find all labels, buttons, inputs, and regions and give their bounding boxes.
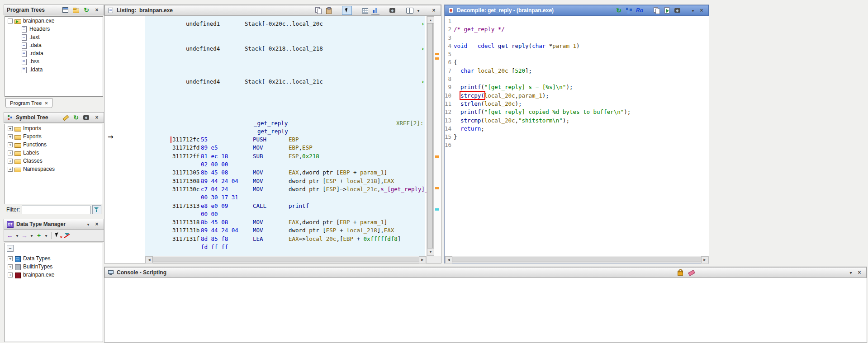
tree-item-rdata[interactable]: .rdata bbox=[5, 49, 103, 57]
copy-icon[interactable] bbox=[314, 7, 323, 14]
close-icon[interactable]: × bbox=[697, 7, 706, 14]
tree-item-labels[interactable]: +LLabels bbox=[5, 149, 103, 157]
tree-item-bss[interactable]: .bss bbox=[5, 57, 103, 66]
collapse-all-icon[interactable]: − bbox=[7, 245, 14, 252]
tree-item-imports[interactable]: +→Imports bbox=[5, 124, 103, 132]
tree-item-brainpan-exe[interactable]: −brainpan.exe bbox=[5, 17, 103, 25]
listing-line[interactable]: 3117131f8d 85 f8LEAEAX=>local_20c,[EBP +… bbox=[104, 235, 427, 243]
create-tree-icon[interactable] bbox=[62, 6, 70, 14]
change-marker[interactable] bbox=[435, 57, 439, 60]
lock-icon[interactable] bbox=[676, 269, 684, 276]
listing-vertical-scrollbar[interactable]: ▲ ▼ bbox=[427, 16, 434, 256]
camera-icon[interactable] bbox=[82, 114, 90, 121]
decompile-line[interactable]: 7 char local_20c [520]; bbox=[445, 67, 709, 75]
expand-toggle[interactable]: + bbox=[8, 150, 13, 155]
refresh-icon[interactable]: ↻ bbox=[82, 6, 90, 14]
export-icon[interactable] bbox=[663, 7, 671, 14]
tree-item-text[interactable]: .text bbox=[5, 33, 103, 41]
decompile-header[interactable]: Decompile: get_reply - (brainpan.exe) ↻R… bbox=[445, 5, 709, 16]
change-marker[interactable] bbox=[435, 155, 439, 158]
symbol-tree-header[interactable]: Symbol Tree ↻× bbox=[4, 112, 104, 123]
camera-icon[interactable] bbox=[389, 7, 397, 14]
tree-item-brainpan-exe[interactable]: +brainpan.exe bbox=[5, 271, 103, 279]
tree-item-builtintypes[interactable]: +BuiltInTypes bbox=[5, 263, 103, 271]
dropdown-caret-icon[interactable]: ▾ bbox=[44, 232, 48, 239]
tree-item-namespaces[interactable]: +{}Namespaces bbox=[5, 165, 103, 173]
listing-line[interactable]: 311713058b 45 08MOVEAX,dword ptr [EBP + … bbox=[104, 169, 427, 177]
paste-icon[interactable] bbox=[325, 7, 333, 14]
dropdown-caret-icon[interactable]: ▾ bbox=[15, 232, 19, 239]
filter-off-icon[interactable] bbox=[63, 232, 71, 239]
listing-line[interactable]: 3117130889 44 24 04MOVdword ptr [ESP + l… bbox=[104, 177, 427, 185]
expand-toggle[interactable]: + bbox=[8, 142, 13, 147]
decompile-line[interactable]: 11 strlen(local_20c); bbox=[445, 100, 709, 108]
dropdown-caret-icon[interactable]: ▾ bbox=[86, 221, 90, 228]
dropdown-caret-icon[interactable]: ▾ bbox=[849, 269, 853, 276]
scroll-left-icon[interactable]: ◀ bbox=[146, 256, 153, 263]
close-icon[interactable]: × bbox=[93, 114, 101, 121]
graph-icon[interactable] bbox=[625, 7, 633, 14]
listing-line[interactable]: 31171313e8 e0 09CALLprintf bbox=[104, 202, 427, 210]
listing-line[interactable]: undefined4Stack[-0x21c...local_21c› bbox=[104, 78, 427, 86]
listing-line[interactable]: get_reply bbox=[104, 127, 427, 136]
listing-header[interactable]: Listing: brainpan.exe ▾× bbox=[104, 5, 441, 16]
scroll-down-icon[interactable]: ▼ bbox=[427, 248, 434, 255]
nav-back-icon[interactable]: ← bbox=[6, 232, 14, 239]
decompile-line[interactable]: 9 printf("[get_reply] s = [%s]\n"); bbox=[445, 83, 709, 91]
filter-options-icon[interactable] bbox=[92, 205, 101, 214]
vertical-scrollbar-thumb[interactable] bbox=[427, 23, 433, 249]
cursor-tool-icon[interactable] bbox=[342, 6, 352, 15]
dropdown-caret-icon[interactable]: ▾ bbox=[691, 7, 695, 14]
console-output[interactable] bbox=[104, 278, 867, 342]
decompile-line[interactable]: 12 printf("[get_reply] copied %d bytes t… bbox=[445, 108, 709, 116]
decompile-view[interactable]: 12/* get_reply */34void __cdecl get_repl… bbox=[445, 16, 709, 263]
edit-table-icon[interactable] bbox=[361, 7, 369, 14]
listing-line[interactable]: 311712fd89 e5MOVEBP,ESP bbox=[104, 144, 427, 152]
eraser-icon[interactable] bbox=[688, 269, 696, 276]
expand-toggle[interactable]: + bbox=[8, 134, 13, 139]
change-marker[interactable] bbox=[435, 187, 439, 189]
program-trees-header[interactable]: Program Trees ↻× bbox=[4, 5, 104, 15]
refresh-icon[interactable]: ↻ bbox=[72, 114, 80, 121]
copy-icon[interactable] bbox=[653, 7, 661, 14]
add-type-icon[interactable]: + bbox=[35, 232, 43, 239]
listing-line[interactable]: 00 30 17 31 bbox=[104, 193, 427, 202]
horizontal-scrollbar-thumb[interactable] bbox=[152, 257, 419, 262]
close-icon[interactable]: × bbox=[430, 7, 438, 14]
tree-item-functions[interactable]: +fFunctions bbox=[5, 141, 103, 149]
tree-item-idata[interactable]: .idata bbox=[5, 66, 103, 74]
dropdown-caret-icon[interactable]: ▾ bbox=[416, 7, 421, 14]
decompile-line[interactable]: 13 strcmp(local_20c,"shitstorm\n"); bbox=[445, 117, 709, 125]
decompile-line[interactable]: 15} bbox=[445, 133, 709, 141]
listing-line[interactable]: undefined4Stack[-0x218...local_218› bbox=[104, 45, 427, 53]
expand-toggle[interactable]: + bbox=[8, 126, 13, 131]
expand-toggle[interactable]: + bbox=[8, 273, 13, 277]
expand-toggle[interactable]: + bbox=[8, 167, 13, 172]
decompile-line[interactable]: 5 bbox=[445, 50, 709, 58]
camera-icon[interactable] bbox=[674, 7, 682, 14]
scroll-left-icon[interactable]: ◀ bbox=[445, 256, 452, 263]
open-folder-icon[interactable] bbox=[72, 6, 80, 14]
decompile-line[interactable]: 14 return; bbox=[445, 125, 709, 133]
tree-item-headers[interactable]: Headers bbox=[5, 25, 103, 33]
tree-item-data[interactable]: .data bbox=[5, 41, 103, 49]
tab-close-icon[interactable]: × bbox=[45, 100, 47, 106]
listing-line[interactable]: 311712ff81 ec 18SUBESP,0x218 bbox=[104, 152, 427, 160]
nav-forward-icon[interactable]: → bbox=[20, 232, 28, 239]
console-header[interactable]: Console - Scripting ▾× bbox=[104, 267, 867, 278]
decompile-line[interactable]: 3 bbox=[445, 34, 709, 42]
decompile-line[interactable]: 6{ bbox=[445, 58, 709, 66]
pencil-icon[interactable] bbox=[62, 114, 70, 121]
close-icon[interactable]: × bbox=[855, 269, 863, 276]
dropdown-caret-icon[interactable]: ▾ bbox=[29, 232, 34, 239]
scroll-right-icon[interactable]: ▶ bbox=[701, 256, 708, 263]
scroll-up-icon[interactable]: ▲ bbox=[427, 16, 434, 23]
decompile-line[interactable]: 10 strcpy(local_20c,param_1); bbox=[445, 92, 709, 100]
decompile-line[interactable]: 4void __cdecl get_reply(char *param_1) bbox=[445, 42, 709, 50]
chart-icon[interactable] bbox=[371, 7, 379, 14]
tree-item-classes[interactable]: +CClasses bbox=[5, 157, 103, 165]
listing-horizontal-scrollbar[interactable]: ◀ ▶ bbox=[145, 256, 427, 263]
tab-program-tree[interactable]: Program Tree × bbox=[5, 98, 52, 108]
listing-line[interactable]: _get_replyXREF[2]: bbox=[104, 119, 427, 127]
listing-line[interactable]: 3117131b89 44 24 04MOVdword ptr [ESP + l… bbox=[104, 226, 427, 235]
